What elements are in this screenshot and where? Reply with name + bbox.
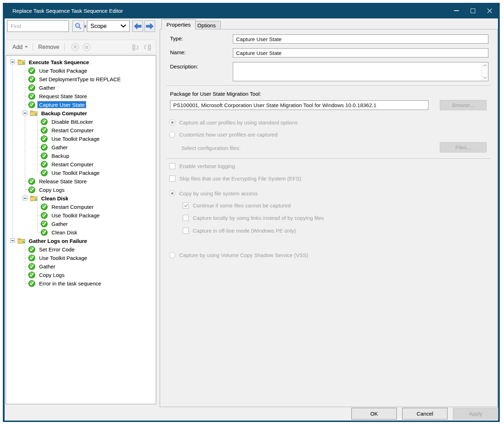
- tree-item-label[interactable]: Gather: [38, 263, 57, 270]
- scroll-down-icon[interactable]: [483, 77, 487, 79]
- tab-properties[interactable]: Properties: [161, 20, 196, 29]
- maximize-button[interactable]: [465, 3, 481, 18]
- tree-item-label[interactable]: Restart Computer: [50, 204, 95, 210]
- expand-toggle[interactable]: [10, 238, 15, 243]
- cancel-button[interactable]: Cancel: [402, 408, 448, 419]
- tree-item-label[interactable]: Gather Logs on Failure: [27, 238, 88, 244]
- scope-dropdown[interactable]: Scope: [87, 20, 130, 32]
- checkbox-offline-mode[interactable]: [183, 228, 189, 234]
- tree-item[interactable]: Gather: [6, 219, 156, 228]
- tree-item[interactable]: Capture User State: [6, 100, 156, 109]
- add-button[interactable]: Add: [11, 44, 29, 50]
- expand-toggle[interactable]: [23, 111, 27, 115]
- tree-item[interactable]: Error in the task sequence: [6, 279, 156, 288]
- tree-item-label[interactable]: Disable BitLocker: [50, 118, 94, 125]
- description-field[interactable]: [233, 62, 488, 81]
- tree-item-label[interactable]: Backup: [50, 152, 71, 159]
- tree-item[interactable]: Use Toolkit Package: [6, 134, 156, 143]
- browse-button[interactable]: Browse...: [440, 100, 487, 110]
- tree-item[interactable]: Clean Disk: [6, 194, 156, 202]
- checkbox-verbose-logging[interactable]: [169, 163, 175, 169]
- tree-item-label[interactable]: Gather: [50, 221, 69, 227]
- tree-item-label[interactable]: Gather: [38, 84, 57, 91]
- move-up-list-button[interactable]: [132, 43, 140, 51]
- tree-item[interactable]: Restart Computer: [6, 126, 156, 134]
- tab-options[interactable]: Options: [192, 21, 221, 29]
- remove-button[interactable]: Remove: [37, 44, 61, 50]
- scroll-up-icon[interactable]: [483, 64, 487, 67]
- tree-item[interactable]: Disable BitLocker: [6, 117, 156, 126]
- tree-item[interactable]: Use Toolkit Package: [6, 168, 156, 177]
- tree-item[interactable]: Request State Store: [6, 92, 156, 100]
- tree-item-label[interactable]: Request State Store: [38, 93, 88, 100]
- tree-item-label[interactable]: Use Toolkit Package: [50, 135, 101, 142]
- tree-item-label[interactable]: Execute Task Sequence: [27, 59, 91, 66]
- name-field[interactable]: [233, 48, 488, 57]
- tree-item[interactable]: Gather: [6, 143, 156, 151]
- minimize-button[interactable]: [448, 3, 465, 18]
- tree-item[interactable]: Use Toolkit Package: [6, 211, 156, 219]
- radio-vss[interactable]: [169, 252, 175, 258]
- tree-item-label[interactable]: Use Toolkit Package: [38, 67, 89, 74]
- type-field[interactable]: [233, 34, 488, 44]
- radio-capture-standard[interactable]: [169, 119, 175, 126]
- navigate-forward-button[interactable]: [144, 20, 155, 32]
- radio-customize-capture[interactable]: [169, 132, 175, 138]
- tree-item[interactable]: Restart Computer: [6, 202, 156, 211]
- tree-item[interactable]: Release State Store: [6, 177, 156, 185]
- checkbox-continue-on-error[interactable]: [183, 202, 189, 209]
- tree-item-label[interactable]: Set Error Code: [38, 246, 76, 253]
- expand-toggle[interactable]: [10, 60, 15, 64]
- tree-item-label[interactable]: Clean Disk: [50, 229, 79, 236]
- expand-toggle[interactable]: [23, 196, 27, 200]
- tree-item-label[interactable]: Error in the task sequence: [38, 280, 103, 287]
- tree-item[interactable]: Clean Disk: [6, 228, 156, 237]
- tree-item[interactable]: Copy Logs: [6, 271, 156, 279]
- arrow-left-icon: [134, 23, 142, 29]
- remove-button-label: Remove: [38, 44, 59, 50]
- checkbox-skip-efs[interactable]: [169, 176, 175, 182]
- tree-item-label[interactable]: Copy Logs: [38, 187, 66, 193]
- tree-item[interactable]: Execute Task Sequence: [6, 58, 156, 66]
- tree-item[interactable]: Set DeploymentType to REPLACE: [6, 75, 156, 83]
- navigate-back-button[interactable]: [132, 20, 143, 32]
- files-button[interactable]: Files...: [440, 142, 487, 152]
- tree-item-label[interactable]: Backup Computer: [40, 110, 88, 117]
- radio-file-system-access[interactable]: [169, 190, 175, 196]
- tree-item-label[interactable]: Release State Store: [38, 178, 88, 185]
- tree-item-label[interactable]: Use Toolkit Package: [50, 169, 101, 176]
- collapse-all-button[interactable]: [71, 43, 80, 51]
- tree-item[interactable]: Set Error Code: [6, 245, 156, 254]
- tree-item[interactable]: Restart Computer: [6, 160, 156, 168]
- search-button[interactable]: [72, 20, 84, 32]
- close-button[interactable]: [481, 3, 498, 18]
- tree-item-label[interactable]: Gather: [50, 144, 69, 151]
- expand-all-button[interactable]: [82, 43, 91, 51]
- tree-item[interactable]: Copy Logs: [6, 185, 156, 194]
- tree-item[interactable]: Gather Logs on Failure: [6, 237, 156, 245]
- tree-item-label[interactable]: Use Toolkit Package: [50, 212, 101, 219]
- package-field[interactable]: [170, 100, 428, 110]
- tree-item[interactable]: Gather: [6, 83, 156, 92]
- ok-button[interactable]: OK: [351, 408, 397, 419]
- move-down-list-button[interactable]: [143, 43, 152, 51]
- checkbox-capture-links[interactable]: [183, 215, 189, 221]
- tree-item-label[interactable]: Set DeploymentType to REPLACE: [38, 76, 122, 83]
- tree-item[interactable]: Backup Computer: [6, 109, 156, 117]
- tree-item[interactable]: Use Toolkit Package: [6, 66, 156, 75]
- tree-item-label[interactable]: Copy Logs: [38, 272, 66, 278]
- tree-item-label[interactable]: Restart Computer: [50, 161, 95, 168]
- tree-item-label[interactable]: Clean Disk: [40, 195, 70, 202]
- apply-button[interactable]: Apply: [453, 408, 498, 419]
- group-folder-icon: [17, 59, 26, 66]
- description-scrollbar[interactable]: [482, 62, 488, 81]
- description-text[interactable]: [233, 62, 482, 81]
- find-input[interactable]: [7, 21, 83, 32]
- radio-capture-standard-label: Capture all user profiles by using stand…: [179, 119, 298, 126]
- tree-item-label[interactable]: Restart Computer: [50, 127, 95, 134]
- tree-item[interactable]: Backup: [6, 151, 156, 160]
- tree-item[interactable]: Gather: [6, 262, 156, 271]
- tree-item-label[interactable]: Use Toolkit Package: [38, 255, 89, 261]
- tree-item[interactable]: Use Toolkit Package: [6, 254, 156, 262]
- tree-item-label[interactable]: Capture User State: [38, 101, 86, 108]
